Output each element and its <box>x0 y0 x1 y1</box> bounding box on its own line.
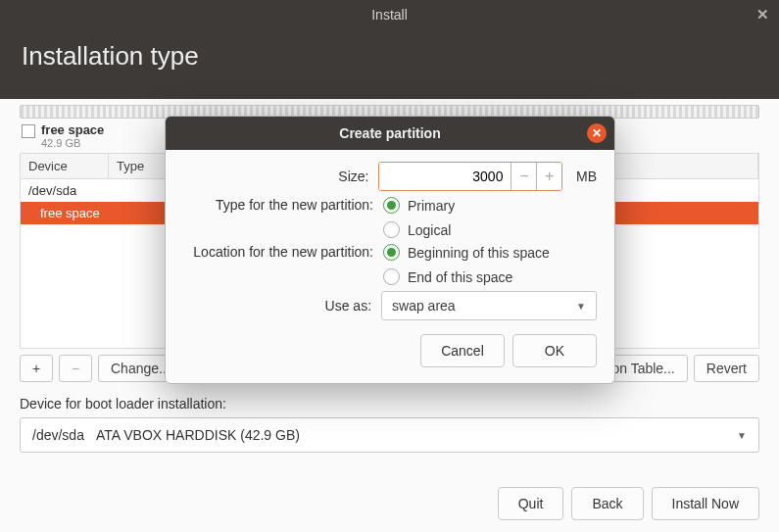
size-label: Size: <box>183 169 370 184</box>
ok-button[interactable]: OK <box>512 334 597 367</box>
radio-end[interactable]: End of this space <box>383 268 550 285</box>
radio-primary-label: Primary <box>408 198 455 214</box>
remove-partition-button[interactable]: − <box>59 355 92 382</box>
use-as-select[interactable]: swap area ▼ <box>381 291 597 320</box>
free-space-label: free space <box>41 122 104 137</box>
window-titlebar: Install ✕ <box>0 0 779 29</box>
window-close-icon[interactable]: ✕ <box>756 6 769 24</box>
back-button[interactable]: Back <box>571 487 643 520</box>
bootloader-label: Device for boot loader installation: <box>20 396 759 411</box>
add-partition-button[interactable]: + <box>20 355 53 382</box>
radio-icon <box>383 221 400 238</box>
chevron-down-icon: ▼ <box>737 430 747 441</box>
radio-icon <box>383 268 400 285</box>
radio-icon <box>383 197 400 214</box>
revert-button[interactable]: Revert <box>694 355 759 382</box>
use-as-value: swap area <box>392 298 456 314</box>
use-as-label: Use as: <box>183 298 373 314</box>
column-device[interactable]: Device <box>21 154 109 178</box>
radio-beginning[interactable]: Beginning of this space <box>383 244 550 261</box>
radio-beginning-label: Beginning of this space <box>408 245 550 261</box>
radio-primary[interactable]: Primary <box>383 197 455 214</box>
bootloader-desc: ATA VBOX HARDDISK (42.9 GB) <box>96 427 300 443</box>
wizard-footer: Quit Back Install Now <box>498 487 759 520</box>
chevron-down-icon: ▼ <box>576 301 586 312</box>
free-space-size: 42.9 GB <box>41 137 104 149</box>
bootloader-device: /dev/sda <box>32 427 84 443</box>
size-unit: MB <box>576 169 597 184</box>
bootloader-select[interactable]: /dev/sda ATA VBOX HARDDISK (42.9 GB) ▼ <box>20 417 759 453</box>
radio-end-label: End of this space <box>408 269 512 285</box>
radio-logical[interactable]: Logical <box>383 221 455 238</box>
free-space-checkbox[interactable] <box>22 124 35 138</box>
size-decrease-button[interactable]: − <box>511 163 536 190</box>
size-spinner: − + <box>378 162 562 191</box>
row-device: /dev/sda <box>28 183 76 198</box>
dialog-titlebar: Create partition ✕ <box>166 117 614 150</box>
dialog-close-button[interactable]: ✕ <box>587 123 607 143</box>
size-increase-button[interactable]: + <box>536 163 561 190</box>
create-partition-dialog: Create partition ✕ Size: − + MB Type for… <box>165 116 615 384</box>
column-type[interactable]: Type <box>109 154 168 178</box>
partition-type-label: Type for the new partition: <box>183 197 375 213</box>
dialog-title: Create partition <box>339 125 440 141</box>
quit-button[interactable]: Quit <box>498 487 564 520</box>
row-free-space: free space <box>40 206 100 220</box>
cancel-button[interactable]: Cancel <box>420 334 505 367</box>
install-now-button[interactable]: Install Now <box>652 487 759 520</box>
size-input[interactable] <box>379 163 511 190</box>
window-title: Install <box>371 7 408 23</box>
location-label: Location for the new partition: <box>183 244 375 260</box>
radio-icon <box>383 244 400 261</box>
page-title: Installation type <box>0 29 779 99</box>
radio-logical-label: Logical <box>408 222 451 238</box>
